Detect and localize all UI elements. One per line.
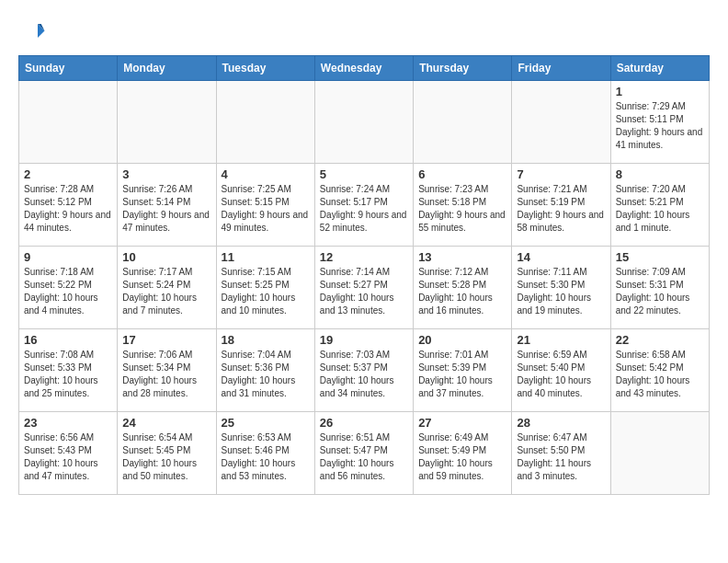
day-info: Sunrise: 7:08 AM Sunset: 5:33 PM Dayligh… [24,349,112,400]
calendar-cell: 23Sunrise: 6:56 AM Sunset: 5:43 PM Dayli… [19,412,118,495]
day-info: Sunrise: 7:12 AM Sunset: 5:28 PM Dayligh… [418,266,506,317]
day-number: 4 [222,167,310,181]
day-info: Sunrise: 7:21 AM Sunset: 5:19 PM Dayligh… [517,183,605,235]
weekday-header-thursday: Thursday [414,56,512,81]
day-number: 8 [616,167,704,181]
weekday-header-saturday: Saturday [610,56,709,81]
calendar-cell: 10Sunrise: 7:17 AM Sunset: 5:24 PM Dayli… [118,247,216,329]
day-info: Sunrise: 7:29 AM Sunset: 5:11 PM Dayligh… [616,100,704,152]
calendar-cell: 27Sunrise: 6:49 AM Sunset: 5:49 PM Dayli… [414,412,512,495]
calendar-cell [314,81,413,164]
calendar-cell [610,412,709,495]
week-row-1: 2Sunrise: 7:28 AM Sunset: 5:12 PM Daylig… [19,164,710,247]
calendar-cell: 5Sunrise: 7:24 AM Sunset: 5:17 PM Daylig… [314,164,413,247]
week-row-0: 1Sunrise: 7:29 AM Sunset: 5:11 PM Daylig… [19,81,710,164]
day-info: Sunrise: 7:25 AM Sunset: 5:15 PM Dayligh… [222,183,310,235]
day-number: 7 [517,167,605,181]
calendar-cell: 4Sunrise: 7:25 AM Sunset: 5:15 PM Daylig… [216,164,314,247]
day-number: 11 [222,250,310,264]
day-number: 20 [418,333,506,347]
weekday-header-tuesday: Tuesday [216,56,314,81]
calendar-cell [414,81,512,164]
day-info: Sunrise: 6:47 AM Sunset: 5:50 PM Dayligh… [517,431,605,483]
logo [18,18,50,46]
day-info: Sunrise: 6:54 AM Sunset: 5:45 PM Dayligh… [122,431,210,483]
day-info: Sunrise: 7:04 AM Sunset: 5:36 PM Dayligh… [222,349,310,400]
calendar-cell: 20Sunrise: 7:01 AM Sunset: 5:39 PM Dayli… [414,329,512,412]
calendar-cell: 26Sunrise: 6:51 AM Sunset: 5:47 PM Dayli… [314,412,413,495]
week-row-2: 9Sunrise: 7:18 AM Sunset: 5:22 PM Daylig… [19,247,710,329]
calendar-cell: 21Sunrise: 6:59 AM Sunset: 5:40 PM Dayli… [512,329,610,412]
day-info: Sunrise: 6:58 AM Sunset: 5:42 PM Dayligh… [616,349,704,400]
calendar-cell [216,81,314,164]
day-number: 13 [418,250,506,264]
day-number: 23 [24,416,112,430]
day-number: 12 [320,250,408,264]
calendar-cell: 3Sunrise: 7:26 AM Sunset: 5:14 PM Daylig… [118,164,216,247]
day-number: 18 [222,333,310,347]
weekday-header-wednesday: Wednesday [314,56,413,81]
week-row-3: 16Sunrise: 7:08 AM Sunset: 5:33 PM Dayli… [19,329,710,412]
day-number: 2 [24,167,112,181]
calendar-cell [19,81,118,164]
calendar-cell: 24Sunrise: 6:54 AM Sunset: 5:45 PM Dayli… [118,412,216,495]
day-info: Sunrise: 7:23 AM Sunset: 5:18 PM Dayligh… [418,183,506,235]
calendar-cell: 25Sunrise: 6:53 AM Sunset: 5:46 PM Dayli… [216,412,314,495]
day-info: Sunrise: 7:01 AM Sunset: 5:39 PM Dayligh… [418,349,506,400]
calendar-cell: 15Sunrise: 7:09 AM Sunset: 5:31 PM Dayli… [610,247,709,329]
calendar-cell: 8Sunrise: 7:20 AM Sunset: 5:21 PM Daylig… [610,164,709,247]
day-info: Sunrise: 7:14 AM Sunset: 5:27 PM Dayligh… [320,266,408,317]
day-info: Sunrise: 7:03 AM Sunset: 5:37 PM Dayligh… [320,349,408,400]
day-number: 6 [418,167,506,181]
weekday-header-sunday: Sunday [19,56,118,81]
day-info: Sunrise: 7:28 AM Sunset: 5:12 PM Dayligh… [24,183,112,235]
day-number: 9 [24,250,112,264]
weekday-header-row: SundayMondayTuesdayWednesdayThursdayFrid… [19,56,710,81]
calendar-cell: 19Sunrise: 7:03 AM Sunset: 5:37 PM Dayli… [314,329,413,412]
day-number: 25 [222,416,310,430]
day-info: Sunrise: 6:59 AM Sunset: 5:40 PM Dayligh… [517,349,605,400]
day-info: Sunrise: 6:56 AM Sunset: 5:43 PM Dayligh… [24,431,112,483]
weekday-header-friday: Friday [512,56,610,81]
day-info: Sunrise: 7:20 AM Sunset: 5:21 PM Dayligh… [616,183,704,235]
calendar-cell: 12Sunrise: 7:14 AM Sunset: 5:27 PM Dayli… [314,247,413,329]
day-number: 5 [320,167,408,181]
day-number: 15 [616,250,704,264]
calendar-cell: 9Sunrise: 7:18 AM Sunset: 5:22 PM Daylig… [19,247,118,329]
calendar-cell: 18Sunrise: 7:04 AM Sunset: 5:36 PM Dayli… [216,329,314,412]
calendar-cell: 13Sunrise: 7:12 AM Sunset: 5:28 PM Dayli… [414,247,512,329]
calendar-cell: 11Sunrise: 7:15 AM Sunset: 5:25 PM Dayli… [216,247,314,329]
day-info: Sunrise: 7:26 AM Sunset: 5:14 PM Dayligh… [122,183,210,235]
day-number: 24 [122,416,210,430]
day-info: Sunrise: 7:11 AM Sunset: 5:30 PM Dayligh… [517,266,605,317]
calendar-cell: 17Sunrise: 7:06 AM Sunset: 5:34 PM Dayli… [118,329,216,412]
day-number: 28 [517,416,605,430]
calendar-cell: 28Sunrise: 6:47 AM Sunset: 5:50 PM Dayli… [512,412,610,495]
day-number: 27 [418,416,506,430]
day-info: Sunrise: 7:06 AM Sunset: 5:34 PM Dayligh… [122,349,210,400]
logo-icon [18,18,46,46]
day-info: Sunrise: 7:24 AM Sunset: 5:17 PM Dayligh… [320,183,408,235]
calendar-cell: 22Sunrise: 6:58 AM Sunset: 5:42 PM Dayli… [610,329,709,412]
calendar-cell: 7Sunrise: 7:21 AM Sunset: 5:19 PM Daylig… [512,164,610,247]
day-info: Sunrise: 7:17 AM Sunset: 5:24 PM Dayligh… [122,266,210,317]
day-number: 22 [616,333,704,347]
week-row-4: 23Sunrise: 6:56 AM Sunset: 5:43 PM Dayli… [19,412,710,495]
page-header [18,18,710,46]
calendar-cell [118,81,216,164]
day-number: 10 [122,250,210,264]
calendar-cell: 16Sunrise: 7:08 AM Sunset: 5:33 PM Dayli… [19,329,118,412]
day-number: 21 [517,333,605,347]
calendar-table: SundayMondayTuesdayWednesdayThursdayFrid… [18,55,710,495]
calendar-cell: 2Sunrise: 7:28 AM Sunset: 5:12 PM Daylig… [19,164,118,247]
day-info: Sunrise: 6:49 AM Sunset: 5:49 PM Dayligh… [418,431,506,483]
day-number: 19 [320,333,408,347]
day-info: Sunrise: 6:53 AM Sunset: 5:46 PM Dayligh… [222,431,310,483]
day-number: 1 [616,85,704,98]
weekday-header-monday: Monday [118,56,216,81]
calendar-cell: 14Sunrise: 7:11 AM Sunset: 5:30 PM Dayli… [512,247,610,329]
day-number: 16 [24,333,112,347]
calendar-cell: 1Sunrise: 7:29 AM Sunset: 5:11 PM Daylig… [610,81,709,164]
day-info: Sunrise: 6:51 AM Sunset: 5:47 PM Dayligh… [320,431,408,483]
day-number: 3 [122,167,210,181]
